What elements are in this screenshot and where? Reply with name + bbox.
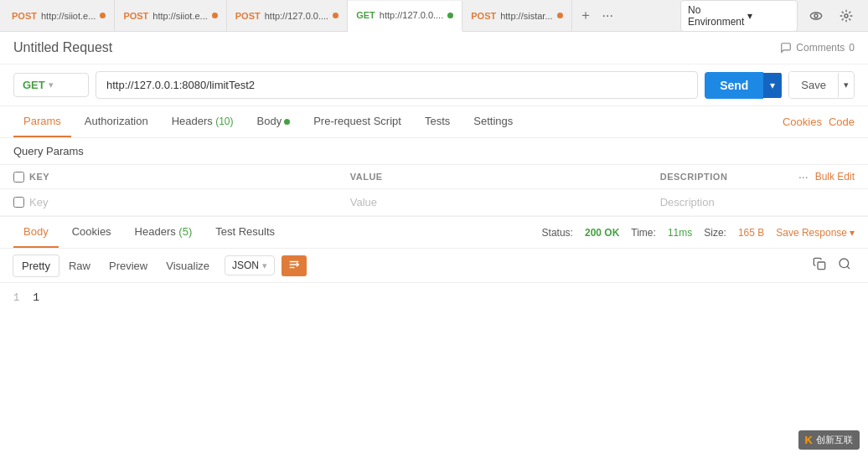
comments-button[interactable]: Comments 0 <box>780 42 855 54</box>
browser-tab-tab3[interactable]: POST http://127.0.0.... <box>227 0 348 31</box>
tab-url: http://siiot.e... <box>41 11 96 21</box>
tab-method: POST <box>123 11 148 21</box>
env-dropdown[interactable]: No Environment ▾ <box>680 0 798 32</box>
cookies-code-links: Cookies Code <box>783 116 855 128</box>
resp-tab-headers[interactable]: Headers (5) <box>125 217 203 248</box>
tab-method: GET <box>356 10 375 20</box>
response-size: 165 B <box>738 227 764 239</box>
status-code: 200 OK <box>585 227 619 239</box>
svg-point-2 <box>845 14 848 18</box>
settings-icon-button[interactable] <box>834 6 858 26</box>
bulk-edit-button[interactable]: Bulk Edit <box>815 171 855 183</box>
tab-dot <box>333 13 338 18</box>
svg-point-4 <box>840 259 849 268</box>
comments-count: 0 <box>849 42 855 54</box>
env-selector: No Environment ▾ <box>680 0 858 32</box>
key-placeholder: Key <box>29 196 48 208</box>
resp-tab-cookies[interactable]: Cookies <box>62 217 121 248</box>
save-response-button[interactable]: Save Response ▾ <box>776 227 855 239</box>
tab-method: POST <box>12 11 37 21</box>
value-placeholder: Value <box>337 189 647 216</box>
req-tab-body[interactable]: Body <box>247 106 301 137</box>
format-tab-visualize[interactable]: Visualize <box>158 255 218 276</box>
req-tab-settings[interactable]: Settings <box>463 106 523 137</box>
req-tab-headers[interactable]: Headers (10) <box>162 106 244 137</box>
json-format-label: JSON <box>232 260 259 271</box>
key-column-header: KEY <box>0 165 337 189</box>
add-tab-button[interactable]: ＋ <box>576 3 596 28</box>
resp-tab-test_results[interactable]: Test Results <box>205 217 285 248</box>
query-params-section: Query Params KEY VALUE DESCRIPTION <box>0 138 868 216</box>
browser-tab-tab5[interactable]: POST http://sistar... <box>462 0 571 31</box>
format-tab-raw[interactable]: Raw <box>60 255 99 276</box>
svg-point-1 <box>814 14 818 18</box>
svg-point-0 <box>810 13 821 19</box>
tab-dot <box>447 13 453 18</box>
url-bar: GET ▾ Send ▾ Save ▾ <box>0 64 868 106</box>
code-link[interactable]: Code <box>829 116 855 128</box>
send-dropdown-button[interactable]: ▾ <box>763 73 782 98</box>
tab-dot <box>557 13 563 18</box>
more-tabs-button[interactable]: ··· <box>599 5 617 27</box>
chevron-down-icon: ▾ <box>747 10 790 22</box>
tab-method: POST <box>235 11 261 21</box>
request-title-bar: Untitled Request Comments 0 <box>0 32 868 64</box>
row-checkbox[interactable] <box>13 197 24 208</box>
more-options-button[interactable]: ··· <box>798 170 809 183</box>
tab-url: http://127.0.0.... <box>380 10 443 20</box>
method-selector[interactable]: GET ▾ <box>13 73 89 97</box>
save-dropdown-button[interactable]: ▾ <box>838 73 854 97</box>
method-label: GET <box>23 79 45 91</box>
browser-tab-tab1[interactable]: POST http://siiot.e... <box>3 0 115 31</box>
save-button-group: Save ▾ <box>788 71 855 99</box>
browser-tab-tab2[interactable]: POST http://siiot.e... <box>115 0 226 31</box>
tab-dot <box>100 13 106 18</box>
format-tab-pretty[interactable]: Pretty <box>13 255 59 276</box>
tab-url: http://siiot.e... <box>152 11 207 21</box>
time-label: Time: <box>631 227 656 239</box>
response-tabs-bar: BodyCookiesHeaders (5)Test Results Statu… <box>0 216 868 249</box>
request-tabs: ParamsAuthorizationHeaders (10)BodyPre-r… <box>0 106 868 138</box>
request-title: Untitled Request <box>13 40 112 55</box>
line-number: 1 <box>13 292 19 304</box>
copy-search-actions <box>809 254 855 277</box>
resp-tab-body[interactable]: Body <box>13 217 59 248</box>
copy-button[interactable] <box>809 254 829 277</box>
body-dot <box>284 119 290 125</box>
format-tab-preview[interactable]: Preview <box>101 255 156 276</box>
wrap-button[interactable] <box>282 255 307 276</box>
tab-dot <box>212 13 218 18</box>
param-placeholder-row: Key Value Description <box>0 189 868 216</box>
req-tab-params[interactable]: Params <box>13 106 71 137</box>
status-label: Status: <box>542 227 573 239</box>
params-table: KEY VALUE DESCRIPTION ··· Bulk Edit <box>0 164 868 216</box>
value-column-header: VALUE <box>337 165 647 189</box>
comments-label: Comments <box>796 42 845 54</box>
tab-bar: POST http://siiot.e... POST http://siiot… <box>0 0 868 32</box>
req-tab-prerequest[interactable]: Pre-request Script <box>303 106 411 137</box>
send-button-group: Send ▾ <box>705 72 782 99</box>
search-button[interactable] <box>834 254 855 277</box>
svg-rect-3 <box>818 262 825 270</box>
req-tab-tests[interactable]: Tests <box>415 106 460 137</box>
desc-placeholder: Description <box>647 189 868 216</box>
code-content: 1 <box>33 291 39 304</box>
key-column-checkbox[interactable] <box>13 172 24 183</box>
tab-url: http://sistar... <box>500 11 552 21</box>
svg-line-5 <box>847 266 850 269</box>
save-button[interactable]: Save <box>789 72 838 98</box>
req-tab-authorization[interactable]: Authorization <box>75 106 158 137</box>
tab-url: http://127.0.0.... <box>265 11 328 21</box>
chevron-down-icon: ▾ <box>262 260 267 271</box>
response-body: 11 <box>0 283 868 312</box>
format-bar: PrettyRawPreviewVisualize JSON ▾ <box>0 249 868 283</box>
chevron-down-icon: ▾ <box>850 227 855 239</box>
cookies-link[interactable]: Cookies <box>783 116 822 128</box>
status-area: Status: 200 OK Time: 11ms Size: 165 B Sa… <box>542 227 855 239</box>
browser-tab-tab4[interactable]: GET http://127.0.0.... <box>348 1 462 32</box>
url-input[interactable] <box>96 71 698 99</box>
query-params-label: Query Params <box>0 138 868 164</box>
send-button[interactable]: Send <box>705 72 763 99</box>
json-format-selector[interactable]: JSON ▾ <box>225 255 275 275</box>
eye-icon-button[interactable] <box>804 6 828 26</box>
